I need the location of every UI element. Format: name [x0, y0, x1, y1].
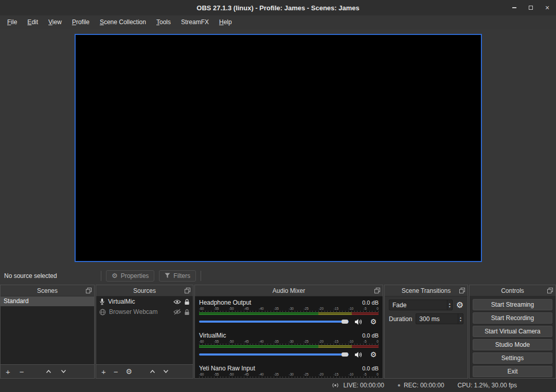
channel-level: 0.0 dB [362, 300, 379, 306]
volume-slider[interactable] [199, 353, 349, 356]
filters-button-label: Filters [173, 272, 190, 279]
add-source-button[interactable]: + [101, 368, 106, 376]
gear-icon: ⚙ [370, 318, 377, 326]
source-up-button[interactable] [150, 369, 155, 374]
toolbar-separator [101, 271, 101, 281]
chevron-down-icon: ▾ [449, 305, 451, 308]
preview-canvas[interactable] [75, 34, 482, 262]
performance-stats: CPU: 1.2%, 30.00 fps [458, 382, 517, 389]
maximize-button[interactable] [526, 2, 535, 13]
studio-mode-button[interactable]: Studio Mode [473, 339, 552, 350]
maximize-icon [529, 6, 533, 10]
popout-icon[interactable] [86, 288, 92, 293]
transition-properties-button[interactable]: ⚙ [456, 301, 463, 309]
gear-icon: ⚙ [112, 272, 118, 279]
mixer-channel: Headphone Output 0.0 dB -60-55-50-45-40-… [195, 296, 383, 329]
volume-meter [199, 312, 379, 315]
scenes-toolbar: + − [1, 364, 94, 378]
toolbar-separator [201, 271, 201, 281]
source-properties-button[interactable]: ⚙ [126, 368, 133, 376]
window-controls: × [510, 0, 552, 15]
db-scale: -60-55-50-45-40-35-30-25-20-15-10-50 [199, 372, 379, 377]
channel-name: Yeti Nano Raw Input [199, 365, 255, 372]
visibility-eye-icon[interactable] [173, 299, 181, 305]
scene-item[interactable]: Standard [1, 296, 94, 306]
source-down-button[interactable] [163, 369, 169, 374]
transition-select[interactable]: Fade ▴ ▾ [389, 300, 453, 310]
controls-panel-title: Controls [501, 287, 524, 294]
menu-help[interactable]: Help [214, 16, 237, 28]
start-virtual-camera-button[interactable]: Start Virtual Camera [473, 326, 552, 337]
rec-status: ● REC: 00:00:00 [398, 382, 444, 389]
menu-file[interactable]: File [2, 16, 22, 28]
volume-slider[interactable] [199, 321, 349, 323]
menu-tools[interactable]: Tools [151, 16, 176, 28]
remove-scene-button[interactable]: − [20, 368, 24, 376]
db-ticks [199, 344, 379, 345]
chevron-down-icon: ▾ [460, 319, 461, 322]
db-scale: -60-55-50-45-40-35-30-25-20-15-10-50 [199, 307, 379, 311]
scene-transitions-panel: Scene Transitions Fade ▴ ▾ ⚙ Duration 30… [384, 285, 468, 379]
sources-toolbar: + − ⚙ [96, 364, 193, 378]
duration-spinner[interactable]: ▴ ▾ [458, 314, 463, 324]
duration-spinbox[interactable]: 300 ms ▴ ▾ [416, 313, 463, 324]
menu-view[interactable]: View [43, 16, 67, 28]
visibility-eye-slash-icon[interactable] [173, 309, 181, 315]
scene-up-button[interactable] [46, 369, 51, 374]
scenes-panel: Scenes Standard + − [0, 285, 95, 379]
menu-scene-collection[interactable]: Scene Collection [95, 16, 151, 28]
start-recording-button[interactable]: Start Recording [473, 312, 552, 324]
close-button[interactable]: × [543, 2, 552, 13]
filters-button[interactable]: Filters [159, 270, 196, 282]
minimize-button[interactable] [510, 2, 519, 13]
mixer-channel: VirtualMic 0.0 dB -60-55-50-45-40-35-30-… [195, 329, 383, 362]
scenes-list: Standard [1, 296, 94, 364]
controls-body: Start Streaming Start Recording Start Vi… [470, 296, 555, 378]
status-bar: LIVE: 00:00:00 ● REC: 00:00:00 CPU: 1.2%… [0, 379, 556, 392]
channel-settings-button[interactable]: ⚙ [368, 318, 379, 326]
slider-handle[interactable] [342, 352, 348, 357]
add-scene-button[interactable]: + [6, 368, 10, 376]
menu-bar: File Edit View Profile Scene Collection … [0, 15, 556, 29]
combo-spinner[interactable]: ▴ ▾ [447, 300, 452, 310]
remove-source-button[interactable]: − [114, 368, 118, 376]
popout-icon[interactable] [459, 288, 465, 293]
popout-icon[interactable] [185, 288, 190, 293]
channel-settings-button[interactable]: ⚙ [368, 350, 379, 359]
slider-handle[interactable] [342, 320, 348, 324]
scene-down-button[interactable] [61, 369, 66, 374]
popout-icon[interactable] [374, 288, 380, 293]
properties-button[interactable]: ⚙ Properties [106, 270, 154, 282]
source-row[interactable]: VirtualMic [96, 296, 193, 307]
volume-meter [199, 345, 379, 348]
gear-icon: ⚙ [370, 350, 377, 359]
record-dot-icon: ● [398, 383, 401, 388]
mute-button[interactable] [353, 351, 364, 358]
popout-icon[interactable] [547, 288, 553, 293]
start-streaming-button[interactable]: Start Streaming [473, 299, 552, 310]
mute-button[interactable] [353, 319, 364, 325]
channel-level: 0.0 dB [362, 332, 379, 339]
lock-icon[interactable] [184, 298, 190, 305]
minimize-icon [512, 7, 516, 8]
lock-icon[interactable] [184, 309, 190, 315]
source-row[interactable]: Browser Webcam [96, 307, 193, 317]
filters-icon [165, 273, 170, 278]
menu-edit[interactable]: Edit [22, 16, 43, 28]
db-scale: -60-55-50-45-40-35-30-25-20-15-10-50 [199, 340, 379, 344]
sources-panel: Sources VirtualMic Browser Webcam [96, 285, 193, 379]
audio-mixer-title: Audio Mixer [273, 287, 305, 294]
exit-button[interactable]: Exit [473, 366, 552, 377]
audio-mixer-panel: Audio Mixer Headphone Output 0.0 dB -60-… [194, 285, 383, 379]
settings-button[interactable]: Settings [473, 352, 552, 364]
sources-panel-title: Sources [133, 287, 156, 294]
scenes-panel-header: Scenes [1, 285, 94, 296]
channel-name: Headphone Output [199, 299, 251, 306]
channel-level: 0.0 dB [362, 365, 379, 371]
mic-icon [99, 298, 105, 305]
source-toolbar: No source selected ⚙ Properties Filters [0, 269, 556, 283]
menu-profile[interactable]: Profile [67, 16, 95, 28]
mixer-channel: Yeti Nano Raw Input 0.0 dB -60-55-50-45-… [195, 362, 383, 378]
menu-streamfx[interactable]: StreamFX [176, 16, 214, 28]
scene-transitions-title: Scene Transitions [402, 287, 451, 294]
